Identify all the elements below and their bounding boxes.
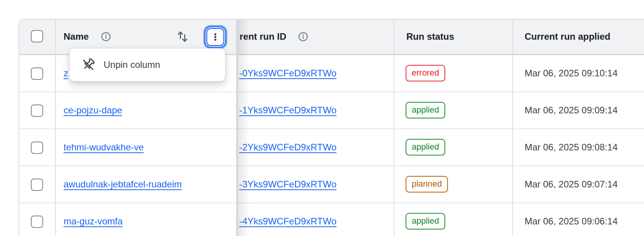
row-checkbox[interactable] [31, 67, 43, 80]
sort-button[interactable] [175, 29, 190, 44]
column-divider [512, 20, 513, 236]
applied-timestamp: Mar 06, 2025 09:08:14 [525, 142, 618, 153]
pin-off-icon [81, 58, 95, 72]
run-id-info-icon[interactable] [298, 31, 309, 42]
column-header-run-status: Run status [406, 31, 454, 42]
table-row: awudulnak-jebtafcel-ruadeim -3Yks9WCFeD9… [19, 166, 644, 203]
menu-item-unpin-column[interactable]: Unpin column [70, 49, 225, 81]
applied-timestamp: Mar 06, 2025 09:06:14 [525, 216, 618, 227]
row-checkbox[interactable] [31, 216, 43, 228]
run-id-link[interactable]: -1Yks9WCFeD9xRTWo [239, 105, 337, 116]
row-checkbox[interactable] [31, 179, 43, 191]
run-status-badge: applied [406, 139, 445, 155]
table-row: ce-pojzu-dape -1Yks9WCFeD9xRTWo applied … [19, 92, 644, 129]
column-divider [55, 20, 56, 236]
run-status-badge: applied [406, 102, 445, 118]
workspaces-table-view: z -0Yks9WCFeD9xRTWo errored Mar 06, 2025… [0, 0, 644, 236]
row-checkbox[interactable] [31, 142, 43, 154]
applied-timestamp: Mar 06, 2025 09:07:14 [525, 179, 618, 190]
column-header-name: Name [64, 31, 89, 42]
menu-item-label: Unpin column [104, 59, 160, 70]
column-header-current-run-applied: Current run applied [525, 31, 610, 42]
workspace-name-link[interactable]: awudulnak-jebtafcel-ruadeim [64, 179, 182, 190]
applied-timestamp: Mar 06, 2025 09:10:14 [525, 68, 618, 79]
column-options-button[interactable] [206, 28, 224, 46]
column-header-current-run-id: rent run ID [240, 31, 286, 42]
sort-arrows-icon [175, 29, 190, 44]
ellipsis-vertical-icon [210, 32, 220, 42]
row-checkbox[interactable] [31, 105, 43, 117]
select-all-checkbox[interactable] [31, 30, 43, 42]
column-divider [394, 20, 394, 236]
name-info-icon[interactable] [101, 31, 111, 42]
workspace-name-link[interactable]: ce-pojzu-dape [64, 105, 122, 116]
applied-timestamp: Mar 06, 2025 09:09:14 [525, 105, 618, 116]
workspace-name-link[interactable]: ma-guz-vomfa [64, 216, 122, 227]
run-id-link[interactable]: -2Yks9WCFeD9xRTWo [239, 142, 337, 153]
run-id-link[interactable]: -3Yks9WCFeD9xRTWo [239, 179, 337, 190]
run-status-badge: planned [406, 176, 448, 192]
column-options-menu: Unpin column [69, 48, 225, 81]
table-row: tehmi-wudvakhe-ve -2Yks9WCFeD9xRTWo appl… [19, 129, 644, 166]
table-row: ma-guz-vomfa -4Yks9WCFeD9xRTWo applied M… [19, 203, 644, 236]
workspace-name-link[interactable]: z [64, 68, 68, 79]
run-status-badge: applied [406, 213, 445, 229]
run-status-badge: errored [406, 65, 445, 81]
run-id-link[interactable]: -0Yks9WCFeD9xRTWo [239, 68, 337, 79]
scroll-shadow [238, 20, 249, 236]
workspace-name-link[interactable]: tehmi-wudvakhe-ve [64, 142, 144, 153]
run-id-link[interactable]: -4Yks9WCFeD9xRTWo [239, 216, 337, 227]
